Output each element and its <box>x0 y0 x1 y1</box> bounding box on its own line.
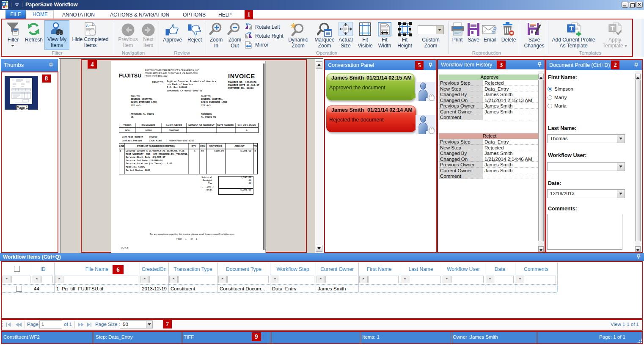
svg-text:T: T <box>611 25 615 32</box>
svg-text:00000: 00000 <box>146 129 152 132</box>
svg-text:0: 0 <box>246 129 248 132</box>
svg-text:T: T <box>570 25 574 32</box>
svg-text:Service duration (in Years) :: Service duration (in Years) : 1.00 <box>126 163 172 165</box>
svg-text:1: 1 <box>120 150 121 152</box>
svg-text:METHOD OF SHIPMENT: METHOD OF SHIPMENT <box>188 124 215 127</box>
svg-text:1395.00: 1395.00 <box>214 150 224 152</box>
svg-text:AMOUNT: AMOUNT <box>234 145 245 147</box>
svg-text:CG00000-000000-A DEPARTMENTAL: CG00000-000000-A DEPARTMENTAL SCANCARE P… <box>126 150 185 152</box>
svg-text:A: A <box>86 24 89 28</box>
svg-text:N30: N30 <box>125 129 129 132</box>
svg-text:POST WARRANTY, MBD, 1PM CONSUM: POST WARRANTY, MBD, 1PM CONSUMABLES, TRA… <box>126 153 189 156</box>
svg-text:BILL OF LADING: BILL OF LADING <box>237 124 256 127</box>
svg-text:UOM: UOM <box>200 145 206 147</box>
svg-text:TERMS: TERMS <box>124 124 132 127</box>
svg-text:N: N <box>255 150 256 152</box>
svg-text:P: P <box>3 2 5 6</box>
svg-text:1,395.00: 1,395.00 <box>240 150 251 152</box>
svg-text:Model:FI-4340C: Model:FI-4340C <box>126 166 145 168</box>
svg-text:PO NUMBER: PO NUMBER <box>142 124 156 127</box>
svg-text:00000000: 00000000 <box>169 129 179 132</box>
svg-text:Serial Number:0000: Serial Number:0000 <box>126 169 150 172</box>
svg-text:SALES ORDER: SALES ORDER <box>166 124 182 127</box>
svg-text:QTY: QTY <box>191 145 196 147</box>
svg-text:Service Start Date :23-MAR-07: Service Start Date :23-MAR-07 <box>126 156 165 159</box>
svg-text:UNIT PRICE: UNIT PRICE <box>209 145 223 147</box>
svg-text:YR: YR <box>201 150 204 152</box>
svg-text:TAX: TAX <box>253 145 258 147</box>
svg-text:Service End Date :23-MAR-08: Service End Date :23-MAR-08 <box>126 160 162 162</box>
svg-text:LINE: LINE <box>119 145 124 147</box>
svg-text:DATE SHIPPED: DATE SHIPPED <box>217 124 234 127</box>
svg-text:1: 1 <box>194 150 195 152</box>
svg-text:PRODUCT NUMBER/DESCRIPTION: PRODUCT NUMBER/DESCRIPTION <box>137 145 175 147</box>
